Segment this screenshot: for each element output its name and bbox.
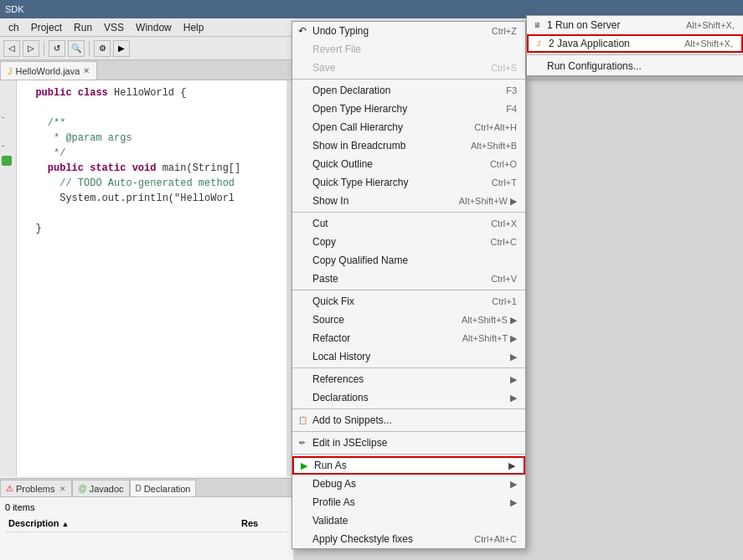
- ctx-copy-qualified[interactable]: Copy Qualified Name: [292, 251, 525, 270]
- menu-run[interactable]: Run: [69, 20, 97, 35]
- declaration-icon: D: [136, 484, 142, 493]
- submenu-run-on-server[interactable]: 🖥 1 Run on Server Alt+Shift+X,: [527, 16, 743, 34]
- ctx-open-call[interactable]: Open Call Hierarchy Ctrl+Alt+H: [292, 118, 525, 136]
- menu-project[interactable]: Project: [26, 20, 67, 35]
- ctx-source[interactable]: Source Alt+Shift+S ▶: [292, 311, 525, 329]
- toolbar-refresh[interactable]: ↺: [49, 40, 65, 57]
- ctx-copy[interactable]: Copy Ctrl+C: [292, 233, 525, 251]
- items-count: 0 items: [5, 501, 288, 514]
- ctx-references-label: References: [312, 373, 364, 385]
- menu-window[interactable]: Window: [131, 20, 177, 35]
- sep1: [292, 79, 525, 80]
- ctx-run-as[interactable]: ▶ Run As ▶: [292, 456, 525, 475]
- toolbar-run[interactable]: ▶: [113, 40, 130, 57]
- bottom-header-row: Description ▲ Res: [5, 514, 288, 532]
- sub-sep1: [527, 54, 743, 55]
- menu-vss[interactable]: VSS: [99, 20, 129, 35]
- editor-tab[interactable]: J HelloWorld.java ✕: [0, 61, 97, 80]
- ctx-show-breadcrumb[interactable]: Show in Breadcrumb Alt+Shift+B: [292, 136, 525, 155]
- ctx-undo-label: Undo Typing: [312, 25, 369, 37]
- ctx-open-decl[interactable]: Open Declaration F3: [292, 81, 525, 100]
- context-menu: ↶ Undo Typing Ctrl+Z Revert File Save Ct…: [292, 21, 526, 549]
- ctx-open-decl-label: Open Declaration: [312, 85, 390, 96]
- ctx-show-in-shortcut: Alt+Shift+W ▶: [459, 196, 517, 207]
- ctx-references-shortcut: ▶: [510, 374, 517, 385]
- submenu-java-application-shortcut: Alt+Shift+X,: [684, 39, 733, 49]
- editor-gutter: - -: [0, 80, 17, 476]
- ctx-references[interactable]: References ▶: [292, 370, 525, 388]
- ctx-paste[interactable]: Paste Ctrl+V: [292, 270, 525, 288]
- ctx-open-type-label: Open Type Hierarchy: [312, 103, 407, 115]
- sort-icon: ▲: [62, 520, 70, 528]
- submenu-java-application[interactable]: J 2 Java Application Alt+Shift+X,: [527, 34, 743, 53]
- toolbar-back[interactable]: ◁: [3, 40, 20, 57]
- ctx-profile-as[interactable]: Profile As ▶: [292, 493, 525, 511]
- col-resource-header: Res: [238, 518, 288, 528]
- sep7: [292, 454, 525, 455]
- java-file-icon: J: [8, 66, 13, 76]
- bottom-panel: ⚠ Problems ✕ @ Javadoc D Declaration 0 i…: [0, 478, 293, 560]
- ctx-apply-checkstyle[interactable]: Apply Checkstyle fixes Ctrl+Alt+C: [292, 530, 525, 548]
- ctx-validate[interactable]: Validate: [292, 511, 525, 530]
- ctx-save[interactable]: Save Ctrl+S: [292, 59, 525, 77]
- ctx-profile-as-shortcut: ▶: [510, 497, 517, 508]
- ctx-debug-as[interactable]: Debug As ▶: [292, 475, 525, 493]
- ctx-save-label: Save: [312, 62, 335, 74]
- tab-problems-close[interactable]: ✕: [59, 485, 66, 493]
- ctx-local-history-label: Local History: [312, 351, 370, 362]
- menu-help[interactable]: Help: [178, 20, 209, 35]
- bottom-content: 0 items Description ▲ Res: [0, 497, 293, 536]
- toolbar-search[interactable]: 🔍: [68, 40, 85, 57]
- ctx-revert-label: Revert File: [312, 44, 361, 55]
- ctx-source-shortcut: Alt+Shift+S ▶: [462, 315, 517, 326]
- ctx-show-in[interactable]: Show In Alt+Shift+W ▶: [292, 192, 525, 210]
- ctx-copy-label: Copy: [312, 236, 336, 248]
- ctx-edit-jseclipse[interactable]: ✏ Edit in JSEclipse: [292, 434, 525, 452]
- tab-declaration-label: Declaration: [144, 484, 191, 494]
- tab-javadoc[interactable]: @ Javadoc: [72, 480, 129, 496]
- ctx-declarations[interactable]: Declarations ▶: [292, 388, 525, 407]
- toolbar-forward[interactable]: ▷: [23, 40, 39, 57]
- submenu-run-configurations[interactable]: Run Configurations...: [527, 57, 743, 75]
- tab-javadoc-label: Javadoc: [90, 484, 124, 494]
- ctx-cut[interactable]: Cut Ctrl+X: [292, 214, 525, 233]
- ctx-add-snippets-label: Add to Snippets...: [312, 414, 392, 426]
- problems-icon: ⚠: [6, 484, 13, 493]
- ctx-cut-shortcut: Ctrl+X: [491, 218, 517, 229]
- ctx-open-call-shortcut: Ctrl+Alt+H: [474, 122, 517, 132]
- ctx-refactor[interactable]: Refactor Alt+Shift+T ▶: [292, 329, 525, 347]
- ctx-copy-shortcut: Ctrl+C: [491, 237, 517, 247]
- ctx-refactor-label: Refactor: [312, 332, 350, 344]
- ctx-undo[interactable]: ↶ Undo Typing Ctrl+Z: [292, 22, 525, 40]
- editor-content[interactable]: public class HelloWorld { /** * @param a…: [17, 80, 293, 476]
- ctx-edit-jseclipse-label: Edit in JSEclipse: [312, 437, 387, 449]
- submenu-run-as: 🖥 1 Run on Server Alt+Shift+X, J 2 Java …: [526, 15, 743, 76]
- tab-declaration[interactable]: D Declaration: [130, 480, 197, 496]
- snippet-icon: 📋: [296, 414, 309, 427]
- close-icon[interactable]: ✕: [83, 66, 90, 75]
- submenu-java-application-label: 2 Java Application: [549, 38, 630, 49]
- ctx-quick-fix[interactable]: Quick Fix Ctrl+1: [292, 292, 525, 311]
- ctx-add-snippets[interactable]: 📋 Add to Snippets...: [292, 411, 525, 429]
- ctx-revert[interactable]: Revert File: [292, 40, 525, 59]
- ctx-quick-type-shortcut: Ctrl+T: [492, 177, 517, 188]
- server-icon: 🖥: [530, 18, 544, 32]
- ctx-quick-outline-label: Quick Outline: [312, 158, 373, 170]
- ctx-quick-outline-shortcut: Ctrl+O: [490, 159, 517, 169]
- sep3: [292, 290, 525, 290]
- tab-problems[interactable]: ⚠ Problems ✕: [0, 480, 72, 496]
- ctx-open-type[interactable]: Open Type Hierarchy F4: [292, 100, 525, 118]
- ctx-cut-label: Cut: [312, 218, 328, 229]
- ctx-quick-type[interactable]: Quick Type Hierarchy Ctrl+T: [292, 173, 525, 192]
- toolbar-build[interactable]: ⚙: [94, 40, 111, 57]
- ctx-validate-label: Validate: [312, 515, 348, 527]
- ctx-quick-fix-label: Quick Fix: [312, 295, 354, 307]
- java-app-icon: J: [532, 37, 545, 50]
- ctx-refactor-shortcut: Alt+Shift+T ▶: [462, 333, 517, 344]
- ctx-local-history[interactable]: Local History ▶: [292, 347, 525, 366]
- ctx-run-as-label: Run As: [314, 460, 347, 471]
- sep4: [292, 367, 525, 368]
- ctx-quick-outline[interactable]: Quick Outline Ctrl+O: [292, 155, 525, 173]
- menu-ch[interactable]: ch: [3, 20, 24, 35]
- editor-area: - - public class HelloWorld { /** * @par…: [0, 80, 293, 476]
